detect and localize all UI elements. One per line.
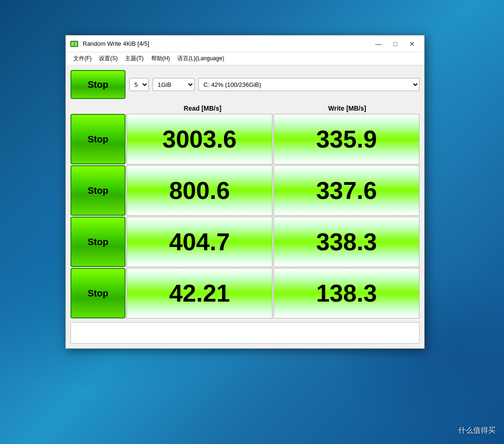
write-value-row1: 335.9: [273, 114, 420, 164]
window-title: Random Write 4KiB [4/5]: [83, 40, 370, 47]
write-value-row2: 337.6: [273, 165, 420, 216]
size-select[interactable]: 1GiB 512MiB 256MiB: [153, 78, 195, 91]
read-value-row3: 404.7: [126, 217, 273, 267]
stop-button-row2[interactable]: Stop: [70, 165, 126, 216]
window-controls: — □ ✕: [370, 38, 420, 49]
table-row: Stop 42.21 138.3: [70, 268, 420, 318]
menu-bar: 文件(F) 设置(S) 主题(T) 帮助(H) 语言(L)(Language): [66, 52, 424, 65]
main-window: Random Write 4KiB [4/5] — □ ✕ 文件(F) 设置(S…: [65, 35, 425, 349]
data-rows: Stop 3003.6 335.9 Stop 800.6 337.6 Stop …: [70, 114, 420, 318]
stop-button-row4[interactable]: Stop: [70, 268, 126, 318]
table-row: Stop 404.7 338.3: [70, 217, 420, 267]
read-header: Read [MB/s]: [130, 103, 275, 114]
table-row: Stop 800.6 337.6: [70, 165, 420, 216]
write-value-row4: 138.3: [273, 268, 420, 318]
stop-button-row3[interactable]: Stop: [70, 217, 126, 267]
menu-settings[interactable]: 设置(S): [95, 53, 121, 64]
read-value-row1: 3003.6: [126, 114, 273, 164]
menu-file[interactable]: 文件(F): [70, 53, 95, 64]
minimize-button[interactable]: —: [370, 38, 387, 49]
top-controls: Stop 5 1 3 1GiB 512MiB 256MiB C: 42% (10…: [70, 70, 420, 99]
stop-button-row1[interactable]: Stop: [70, 114, 126, 164]
content-area: Stop 5 1 3 1GiB 512MiB 256MiB C: 42% (10…: [66, 65, 424, 348]
app-icon: [70, 39, 79, 49]
table-row: Stop 3003.6 335.9: [70, 114, 420, 164]
maximize-button[interactable]: □: [387, 38, 404, 49]
status-bar: [70, 322, 420, 344]
menu-language[interactable]: 语言(L)(Language): [174, 53, 228, 64]
stop-button-main[interactable]: Stop: [70, 70, 126, 99]
menu-theme[interactable]: 主题(T): [121, 53, 147, 64]
read-value-row2: 800.6: [126, 165, 273, 216]
count-select[interactable]: 5 1 3: [129, 78, 149, 91]
write-header: Write [MB/s]: [275, 103, 420, 114]
menu-help[interactable]: 帮助(H): [147, 53, 174, 64]
write-value-row3: 338.3: [273, 217, 420, 267]
close-button[interactable]: ✕: [404, 38, 420, 49]
drive-select[interactable]: C: 42% (100/236GiB): [198, 78, 420, 91]
watermark-text: 什么值得买: [458, 426, 496, 436]
column-headers: Read [MB/s] Write [MB/s]: [70, 103, 420, 114]
svg-rect-1: [71, 42, 74, 46]
title-bar: Random Write 4KiB [4/5] — □ ✕: [66, 35, 424, 52]
read-value-row4: 42.21: [126, 268, 273, 318]
svg-rect-2: [75, 42, 77, 46]
header-spacer: [70, 103, 130, 114]
